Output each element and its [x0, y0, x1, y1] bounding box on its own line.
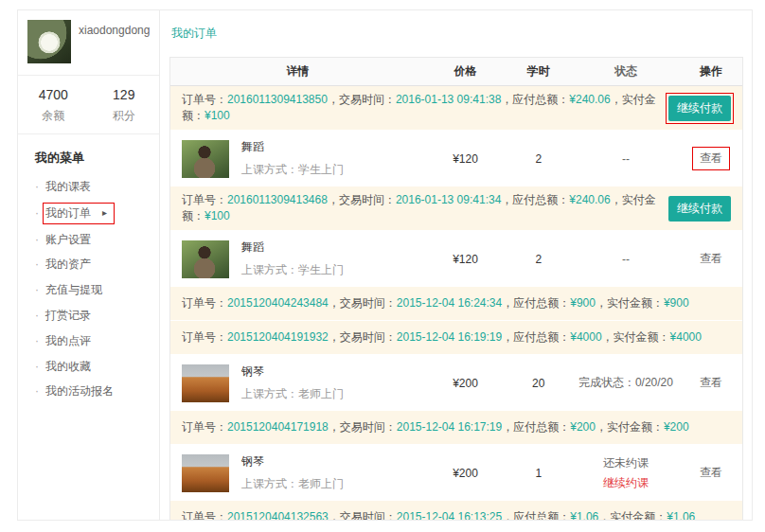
- course-name: 钢琴: [241, 453, 344, 470]
- status-text: 还未约课: [572, 455, 681, 471]
- bullet-icon: ·: [35, 282, 39, 298]
- status-cell: --: [572, 253, 681, 266]
- course-method: 上课方式：老师上门: [241, 476, 344, 492]
- main-content: 我的订单 详情 价格 学时 状态 操作 订单号：2016011309413850…: [160, 10, 752, 520]
- price-cell: ¥120: [425, 152, 506, 166]
- sidebar: xiaodongdong 4700 余额 129 积分 我的菜单 · 我的课表 …: [18, 10, 160, 520]
- course-method: 上课方式：老师上门: [241, 386, 344, 402]
- order-summary-row: 订单号：2016011309413850，交易时间：2016-01-13 09:…: [170, 86, 742, 131]
- sidebar-item-label: 我的资产: [45, 257, 91, 273]
- menu-title: 我的菜单: [35, 150, 150, 167]
- content-card: xiaodongdong 4700 余额 129 积分 我的菜单 · 我的课表 …: [17, 9, 753, 521]
- sidebar-item-orders[interactable]: · 我的订单 ▸: [35, 204, 150, 222]
- active-item-highlight: 我的订单 ▸: [45, 204, 112, 222]
- bullet-icon: ·: [35, 333, 39, 349]
- sidebar-item-account-settings[interactable]: · 账户设置: [35, 232, 150, 248]
- order-summary-text: 订单号：2015120404171918，交易时间：2015-12-04 16:…: [182, 419, 689, 435]
- continue-payment-button[interactable]: 继续付款: [668, 96, 731, 121]
- order-item-row: 钢琴 上课方式：老师上门 ¥200 1 还未约课 继续约课 查看: [170, 445, 742, 501]
- bullet-icon: ·: [35, 179, 39, 195]
- price-cell: ¥200: [425, 467, 506, 480]
- points-value: 129: [89, 87, 160, 102]
- sidebar-item-reward-records[interactable]: · 打赏记录: [35, 308, 150, 324]
- order-summary-row: 订单号：2015120404243484，交易时间：2015-12-04 16:…: [170, 287, 742, 321]
- bullet-icon: ·: [35, 205, 39, 222]
- header-status: 状态: [572, 63, 681, 80]
- order-summary-row: 订单号：2016011309413468，交易时间：2016-01-13 09:…: [170, 186, 742, 231]
- header-detail: 详情: [170, 63, 425, 80]
- hours-cell: 1: [506, 467, 572, 480]
- balance-stat: 4700 余额: [18, 87, 89, 124]
- order-summary-text: 订单号：2015120404132563，交易时间：2015-12-04 16:…: [182, 509, 695, 521]
- view-link[interactable]: 查看: [700, 151, 722, 167]
- price-cell: ¥200: [425, 377, 506, 390]
- order-summary-row: 订单号：2015120404171918，交易时间：2015-12-04 16:…: [170, 411, 742, 445]
- course-thumbnail: [182, 364, 229, 402]
- order-summary-text: 订单号：2016011309413468，交易时间：2016-01-13 09:…: [182, 192, 668, 224]
- sidebar-item-favorites[interactable]: · 我的收藏: [35, 359, 150, 375]
- sidebar-item-schedule[interactable]: · 我的课表: [35, 179, 150, 195]
- course-name: 舞蹈: [241, 139, 344, 155]
- sidebar-item-label: 我的课表: [45, 179, 91, 195]
- status-cell: 完成状态：0/20/20: [572, 375, 681, 391]
- account-stats: 4700 余额 129 积分: [18, 76, 159, 134]
- sidebar-item-label: 我的活动报名: [45, 383, 114, 399]
- order-summary-text: 订单号：2016011309413850，交易时间：2016-01-13 09:…: [182, 92, 668, 124]
- profile-block: xiaodongdong: [18, 10, 159, 76]
- course-name: 钢琴: [241, 364, 344, 380]
- sidebar-item-label: 账户设置: [45, 232, 91, 248]
- status-cell: 还未约课 继续约课: [572, 455, 681, 491]
- points-stat: 129 积分: [89, 87, 160, 124]
- orders-table: 详情 价格 学时 状态 操作 订单号：2016011309413850，交易时间…: [169, 57, 743, 521]
- rebook-link[interactable]: 继续约课: [572, 475, 681, 491]
- sidebar-item-label: 我的点评: [45, 333, 91, 349]
- course-name: 舞蹈: [241, 239, 344, 256]
- course-method: 上课方式：学生上门: [241, 262, 344, 278]
- sidebar-item-label: 打赏记录: [45, 308, 91, 324]
- page-title: 我的订单: [171, 26, 743, 42]
- order-summary-text: 订单号：2015120404243484，交易时间：2015-12-04 16:…: [182, 295, 689, 311]
- header-action: 操作: [680, 63, 742, 80]
- sidebar-item-label: 我的订单: [45, 205, 91, 222]
- order-summary-row: 订单号：2015120404132563，交易时间：2015-12-04 16:…: [170, 501, 742, 521]
- status-cell: --: [572, 152, 681, 166]
- sidebar-item-label: 我的收藏: [45, 359, 91, 375]
- sidebar-item-label: 充值与提现: [45, 282, 102, 298]
- header-price: 价格: [425, 63, 506, 80]
- sidebar-item-reviews[interactable]: · 我的点评: [35, 333, 150, 349]
- order-summary-row: 订单号：2015120404191932，交易时间：2015-12-04 16:…: [170, 321, 742, 355]
- balance-label: 余额: [18, 108, 89, 124]
- bullet-icon: ·: [35, 359, 39, 375]
- sidebar-item-activity-signup[interactable]: · 我的活动报名: [35, 383, 150, 399]
- course-thumbnail: [182, 140, 229, 178]
- view-link[interactable]: 查看: [700, 251, 722, 267]
- sidebar-item-recharge-withdraw[interactable]: · 充值与提现: [35, 282, 150, 298]
- points-label: 积分: [89, 108, 160, 124]
- bullet-icon: ·: [35, 308, 39, 324]
- sidebar-menu: 我的菜单 · 我的课表 · 我的订单 ▸ · 账户设置: [18, 134, 159, 418]
- bullet-icon: ·: [35, 232, 39, 248]
- hours-cell: 2: [506, 152, 572, 166]
- balance-value: 4700: [18, 87, 89, 102]
- view-link[interactable]: 查看: [700, 375, 722, 391]
- course-thumbnail: [182, 240, 229, 278]
- hours-cell: 2: [506, 253, 572, 266]
- sidebar-item-assets[interactable]: · 我的资产: [35, 257, 150, 273]
- header-hours: 学时: [506, 63, 572, 80]
- order-item-row: 钢琴 上课方式：老师上门 ¥200 20 完成状态：0/20/20 查看: [170, 355, 742, 411]
- table-header-row: 详情 价格 学时 状态 操作: [170, 58, 742, 86]
- course-method: 上课方式：学生上门: [241, 162, 344, 178]
- hours-cell: 20: [506, 377, 572, 390]
- order-item-row: 舞蹈 上课方式：学生上门 ¥120 2 -- 查看: [170, 131, 742, 186]
- view-link[interactable]: 查看: [700, 465, 722, 481]
- course-thumbnail: [182, 454, 229, 492]
- chevron-right-icon: ▸: [102, 206, 107, 220]
- bullet-icon: ·: [35, 257, 39, 273]
- price-cell: ¥120: [425, 253, 506, 266]
- username: xiaodongdong: [79, 20, 152, 40]
- avatar: [27, 20, 71, 63]
- order-item-row: 舞蹈 上课方式：学生上门 ¥120 2 -- 查看: [170, 231, 742, 287]
- bullet-icon: ·: [35, 383, 39, 399]
- order-summary-text: 订单号：2015120404191932，交易时间：2015-12-04 16:…: [182, 329, 702, 346]
- continue-payment-button[interactable]: 继续付款: [668, 196, 731, 222]
